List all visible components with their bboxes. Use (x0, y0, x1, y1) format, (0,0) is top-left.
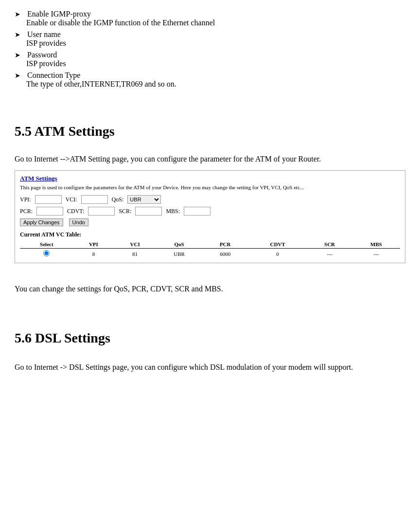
atm-vc-table: Select VPI VCI QoS PCR CDVT SCR MBS 8 81 (20, 240, 400, 259)
row-vpi: 8 (73, 249, 114, 259)
sub-text-conntype: The type of other,INTERNET,TR069 and so … (26, 80, 405, 89)
atm-settings-box: ATM Settings This page is used to config… (15, 170, 405, 263)
atm-form-row1: VPI: VCI: QoS: UBR CBR VBR-nRT VBR-RT (20, 195, 400, 204)
col-cdvt: CDVT (248, 240, 307, 249)
pcr-input[interactable] (36, 207, 63, 216)
bullet-item-username: ➤ User name (15, 30, 405, 39)
atm-table-label: Current ATM VC Table: (20, 231, 400, 238)
row-select-cell[interactable] (20, 249, 73, 259)
bullet-item-password: ➤ Password (15, 51, 405, 59)
row-vci: 81 (114, 249, 156, 259)
mbs-input[interactable] (184, 207, 210, 216)
undo-button[interactable]: Undo (69, 218, 88, 226)
bullet-label-password: Password (27, 51, 57, 59)
section55-note: You can change the settings for QoS, PCR… (15, 285, 405, 293)
mbs-label: MBS: (166, 208, 180, 215)
bullet-arrow-conntype: ➤ (15, 72, 20, 79)
atm-form-row2: PCR: CDVT: SCR: MBS: (20, 207, 400, 216)
bullet-item-conntype: ➤ Connection Type (15, 71, 405, 80)
apply-changes-button[interactable]: Apply Changes (20, 218, 63, 226)
col-qos: QoS (156, 240, 202, 249)
cdvt-label: CDVT: (67, 208, 84, 215)
sub-text-password: ISP provides (26, 59, 405, 68)
table-header-row: Select VPI VCI QoS PCR CDVT SCR MBS (20, 240, 400, 249)
section56-intro: Go to Internet -> DSL Settings page, you… (15, 361, 405, 373)
scr-label: SCR: (119, 208, 131, 215)
vpi-label: VPI: (20, 196, 31, 203)
col-pcr: PCR (202, 240, 248, 249)
scr-input[interactable] (135, 207, 162, 216)
section56-heading: 5.6 DSL Settings (15, 330, 405, 346)
qos-select[interactable]: UBR CBR VBR-nRT VBR-RT (127, 195, 161, 204)
atm-box-title[interactable]: ATM Settings (20, 175, 400, 182)
bullet-list-conntype: ➤ Connection Type (15, 71, 405, 80)
section55-heading: 5.5 ATM Settings (15, 124, 405, 139)
row-cdvt: 0 (248, 249, 307, 259)
col-vci: VCI (114, 240, 156, 249)
vci-label: VCI: (66, 196, 77, 203)
vci-input[interactable] (81, 195, 108, 204)
row-radio[interactable] (43, 250, 50, 256)
bullet-arrow-username: ➤ (15, 31, 20, 38)
bullet-list-username: ➤ User name (15, 30, 405, 39)
bullet-arrow-password: ➤ (15, 52, 20, 59)
bullet-arrow-igmp: ➤ (15, 11, 20, 18)
cdvt-input[interactable] (88, 207, 115, 216)
col-vpi: VPI (73, 240, 114, 249)
table-row: 8 81 UBR 6000 0 --- --- (20, 249, 400, 259)
bullet-item-igmp: ➤ Enable IGMP-proxy (15, 10, 405, 18)
sub-text-igmp: Enable or disable the IGMP function of t… (26, 18, 405, 27)
atm-box-desc: This page is used to configure the param… (20, 184, 400, 190)
qos-label: QoS: (112, 196, 124, 203)
pcr-label: PCR: (20, 208, 33, 215)
row-qos: UBR (156, 249, 202, 259)
bullet-label-conntype: Connection Type (27, 71, 80, 79)
col-mbs: MBS (352, 240, 400, 249)
section55-intro: Go to Internet -->ATM Setting page, you … (15, 155, 405, 163)
sub-text-username: ISP provides (26, 39, 405, 48)
atm-table-section: Current ATM VC Table: Select VPI VCI QoS… (20, 231, 400, 259)
bullet-list: ➤ Enable IGMP-proxy (15, 10, 405, 18)
atm-btn-row: Apply Changes Undo (20, 218, 400, 226)
row-pcr: 6000 (202, 249, 248, 259)
bullet-label-igmp: Enable IGMP-proxy (27, 10, 91, 18)
col-scr: SCR (307, 240, 352, 249)
col-select: Select (20, 240, 73, 249)
row-scr: --- (307, 249, 352, 259)
bullet-list-password: ➤ Password (15, 51, 405, 59)
row-mbs: --- (352, 249, 400, 259)
vpi-input[interactable] (35, 195, 62, 204)
bullet-label-username: User name (27, 30, 61, 38)
